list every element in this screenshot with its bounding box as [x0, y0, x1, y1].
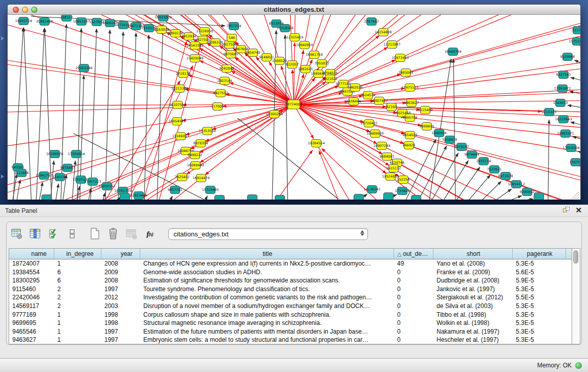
table-row[interactable]: 1938455462009Genome-wide association stu…	[9, 268, 572, 277]
graph-node[interactable]	[411, 195, 421, 200]
table-header-row[interactable]: namein_degreeyeartitle△out_de…shortpager…	[9, 249, 572, 259]
rows-icon[interactable]	[65, 227, 79, 241]
table-cell[interactable]: 5.9E-5	[513, 276, 566, 285]
table-cell[interactable]: 1	[54, 327, 101, 336]
table-row[interactable]: 946362711997Embryonic stem cells: a mode…	[9, 336, 572, 344]
table-cell[interactable]: Estimation of significance thresholds fo…	[140, 276, 394, 285]
table-settings-icon[interactable]	[10, 227, 24, 241]
column-header-year[interactable]: year	[101, 249, 140, 259]
table-cell[interactable]: Wolkin et al. (1998)	[433, 319, 513, 327]
table-cell[interactable]: 5.3E-5	[513, 319, 566, 327]
table-cell[interactable]: 2008	[101, 276, 140, 285]
graph-node[interactable]	[215, 195, 225, 200]
delete-icon[interactable]	[106, 227, 120, 241]
table-cell[interactable]: 0	[394, 276, 433, 285]
graph-node[interactable]	[354, 194, 364, 200]
table-cell[interactable]: 9699695	[9, 319, 54, 327]
graph-node[interactable]	[534, 193, 544, 200]
column-header-in_degree[interactable]: in_degree	[54, 249, 101, 259]
table-cell[interactable]: 0	[394, 268, 433, 277]
table-cell[interactable]: 9115460	[9, 285, 54, 294]
network-canvas[interactable]: 9163822886012889129342322605898275058186…	[8, 15, 580, 200]
table-cell[interactable]: 2009	[101, 268, 140, 277]
table-cell[interactable]: 14569117	[9, 302, 54, 311]
select-all-icon[interactable]	[47, 227, 60, 241]
table-cell[interactable]: 1997	[101, 285, 140, 294]
table-cell[interactable]: Tourette syndrome. Phenomenology and cla…	[140, 285, 394, 294]
table-cell[interactable]: 9777169	[9, 311, 54, 319]
table-cell[interactable]: 5.3E-5	[513, 327, 566, 336]
table-cell[interactable]: Dudbridge et al. (2008)	[433, 276, 513, 285]
table-cell[interactable]: 2	[54, 293, 101, 302]
column-header-pagerank[interactable]: pagerank	[513, 249, 566, 259]
table-cell[interactable]: 0	[394, 311, 433, 319]
table-cell[interactable]: 6	[54, 268, 101, 277]
table-row[interactable]: 1872400712008Changes of HCN gene express…	[9, 259, 572, 268]
table-vertical-scrollbar[interactable]	[572, 248, 580, 344]
close-panel-icon[interactable]: ✕	[575, 207, 582, 214]
column-header-title[interactable]: title	[140, 249, 394, 259]
scrollbar-thumb[interactable]	[573, 250, 578, 264]
collapse-west-panel-arrow-icon[interactable]	[1, 174, 4, 179]
table-cell[interactable]: 1998	[101, 319, 140, 327]
table-cell[interactable]: Structural magnetic resonance image aver…	[140, 319, 394, 327]
table-cell[interactable]: 9465546	[9, 327, 54, 336]
show-columns-icon[interactable]	[28, 227, 42, 241]
table-cell[interactable]: 5.3E-5	[513, 336, 566, 344]
table-cell[interactable]: 1	[54, 319, 101, 327]
float-panel-icon[interactable]	[563, 207, 570, 214]
table-cell[interactable]: Nakamura et al. (1997)	[433, 327, 513, 336]
table-cell[interactable]: Corpus callosum shape and size in male p…	[140, 311, 394, 319]
memory-ok-indicator[interactable]	[575, 362, 582, 369]
table-cell[interactable]: 1	[54, 311, 101, 319]
table-cell[interactable]: Yano et al. (2008)	[433, 259, 513, 268]
table-cell[interactable]: 1998	[101, 311, 140, 319]
table-row[interactable]: 1830029562008Estimation of significance …	[9, 276, 572, 285]
table-row[interactable]: 2242004622012Investigating the contribut…	[9, 293, 572, 302]
table-cell[interactable]: 6	[54, 276, 101, 285]
column-header-out_de[interactable]: △out_de…	[394, 249, 433, 259]
table-cell[interactable]: 1	[54, 336, 101, 344]
table-cell[interactable]: Changes of HCN gene expression and I(f) …	[140, 259, 394, 268]
table-cell[interactable]: 5.3E-5	[513, 311, 566, 319]
table-cell[interactable]: 18300295	[9, 276, 54, 285]
table-cell[interactable]: 2008	[101, 259, 140, 268]
table-cell[interactable]: 0	[394, 327, 433, 336]
table-cell[interactable]: 49	[394, 259, 433, 268]
column-header-short[interactable]: short	[433, 249, 513, 259]
table-cell[interactable]: 1997	[101, 327, 140, 336]
table-cell[interactable]: 1	[54, 259, 101, 268]
table-cell[interactable]: 9463627	[9, 336, 54, 344]
table-cell[interactable]: Investigating the contribution of common…	[140, 293, 394, 302]
table-row[interactable]: 911546021997Tourette syndrome. Phenomeno…	[9, 285, 572, 294]
table-cell[interactable]: 5.3E-5	[513, 285, 566, 294]
table-cell[interactable]: Tibbo et al. (1998)	[433, 311, 513, 319]
table-cell[interactable]: 5.3E-5	[513, 302, 566, 311]
table-cell[interactable]: 22420046	[9, 293, 54, 302]
node-table[interactable]: namein_degreeyeartitle△out_de…shortpager…	[9, 248, 572, 344]
new-file-icon[interactable]	[88, 227, 101, 241]
table-cell[interactable]: Stergiakouli et al. (2012)	[433, 293, 513, 302]
table-row[interactable]: 946554611997Estimation of the future num…	[9, 327, 572, 336]
table-cell[interactable]: 0	[394, 302, 433, 311]
table-cell[interactable]: 0	[394, 336, 433, 344]
table-cell[interactable]: 18724007	[9, 259, 54, 268]
table-cell[interactable]: Disruption of a novel member of a sodium…	[140, 302, 394, 311]
table-cell[interactable]: 2	[54, 285, 101, 294]
graph-node[interactable]	[248, 195, 257, 200]
table-cell[interactable]: Estimation of the future numbers of pati…	[140, 327, 394, 336]
graph-node[interactable]	[384, 193, 394, 200]
table-selector-dropdown[interactable]: citations_edges.txt	[168, 228, 368, 240]
table-cell[interactable]: 5.3E-5	[513, 259, 566, 268]
graph-node[interactable]	[120, 193, 130, 200]
table-cell[interactable]: 2012	[101, 293, 140, 302]
table-cell[interactable]: 0	[394, 319, 433, 327]
table-cell[interactable]: Embryonic stem cells: a model to study s…	[140, 336, 394, 344]
table-cell[interactable]: 1997	[101, 336, 140, 344]
collapse-west-panel-arrow-icon[interactable]	[1, 36, 4, 40]
table-row[interactable]: 977716911998Corpus callosum shape and si…	[9, 311, 572, 319]
table-cell[interactable]: Hescheler et al. (1997)	[433, 336, 513, 344]
network-view-window[interactable]: citations_edges.txt 91638228860128891293…	[7, 4, 581, 200]
column-header-name[interactable]: name	[9, 249, 54, 259]
table-cell[interactable]: 5.5E-5	[513, 293, 566, 302]
